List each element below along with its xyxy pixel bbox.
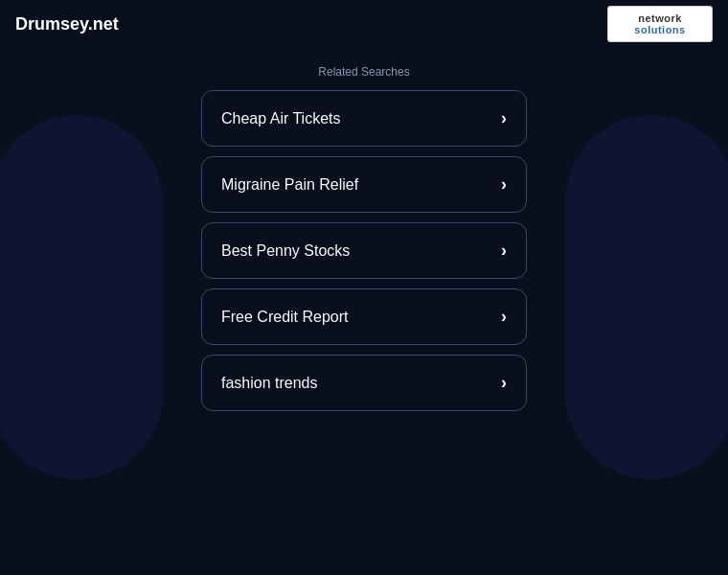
link-item-text: Best Penny Stocks xyxy=(221,242,350,260)
link-item-text: Free Credit Report xyxy=(221,309,349,326)
link-item-text: fashion trends xyxy=(221,375,318,392)
link-item[interactable]: Free Credit Report› xyxy=(201,288,527,345)
chevron-right-icon: › xyxy=(501,241,507,261)
link-item-text: Cheap Air Tickets xyxy=(221,110,341,127)
chevron-right-icon: › xyxy=(501,108,507,128)
link-item[interactable]: Cheap Air Tickets› xyxy=(201,90,527,147)
link-list: Cheap Air Tickets›Migraine Pain Relief›B… xyxy=(201,90,527,411)
ns-text-bottom: solutions xyxy=(634,24,685,35)
link-item[interactable]: fashion trends› xyxy=(201,355,527,411)
link-item-text: Migraine Pain Relief xyxy=(221,176,358,194)
link-item[interactable]: Migraine Pain Relief› xyxy=(201,156,527,213)
category-label: Related Searches xyxy=(318,58,409,79)
main-content: Related Searches Cheap Air Tickets›Migra… xyxy=(0,48,728,411)
chevron-right-icon: › xyxy=(501,373,507,393)
chevron-right-icon: › xyxy=(501,174,507,195)
header: Drumsey.net network solutions xyxy=(0,0,728,48)
ns-text-top: network xyxy=(638,12,682,24)
chevron-right-icon: › xyxy=(501,307,507,327)
site-title: Drumsey.net xyxy=(15,14,119,34)
network-solutions-badge[interactable]: network solutions xyxy=(607,6,713,42)
link-item[interactable]: Best Penny Stocks› xyxy=(201,222,527,279)
